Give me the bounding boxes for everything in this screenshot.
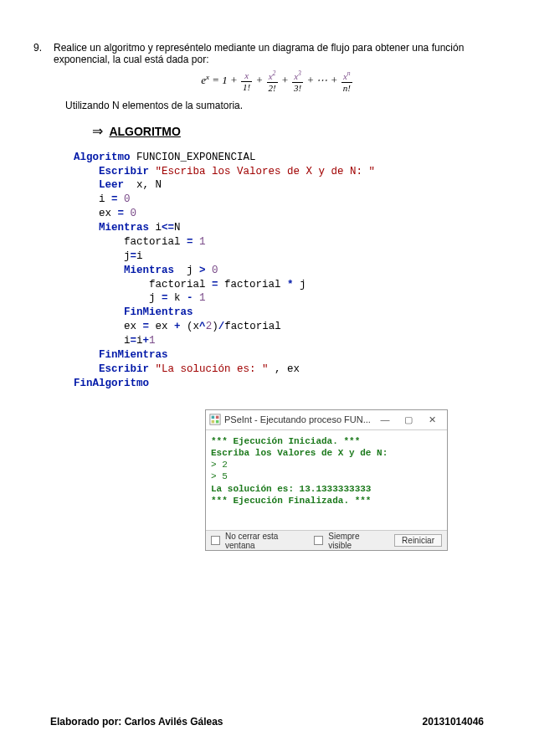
console-window: PSeInt - Ejecutando proceso FUN... — ▢ ✕… [205,409,448,552]
algorithm-heading: ⇒ ALGORITMO [92,123,501,139]
svg-rect-2 [216,416,219,419]
formula: ex = 1 + x1! + x22! + x33! + ⋯ + xnn! [54,70,501,93]
footer-id: 20131014046 [423,716,484,728]
titlebar: PSeInt - Ejecutando proceso FUN... — ▢ ✕ [206,410,447,430]
restart-button[interactable]: Reiniciar [394,534,442,547]
console-line: La solución es: 13.1333333333 [211,483,442,495]
checkbox-no-close[interactable] [211,536,220,545]
console-line: > 5 [211,471,442,482]
opt-no-close-label: No cerrar esta ventana [225,532,309,550]
console-line: *** Ejecución Finalizada. *** [211,495,442,507]
footer-author: Elaborado por: Carlos Avilés Gáleas [50,716,223,728]
code-block: Algoritmo FUNCION_EXPONENCIAL Escribir "… [74,151,501,391]
svg-rect-4 [216,420,219,424]
svg-rect-3 [212,420,215,424]
maximize-button[interactable]: ▢ [397,412,420,427]
minimize-button[interactable]: — [373,412,397,427]
console-line: > 2 [211,459,442,471]
checkbox-always-visible[interactable] [314,536,323,545]
footer: Elaborado por: Carlos Avilés Gáleas 2013… [50,716,484,728]
statusbar: No cerrar esta ventana Siempre visible R… [206,530,447,550]
arrow-icon: ⇒ [92,124,103,138]
app-icon [209,414,221,425]
console-line: Escriba los Valores de X y de N: [211,447,442,459]
window-title: PSeInt - Ejecutando proceso FUN... [224,414,373,424]
problem-text: Realice un algoritmo y represéntelo medi… [54,42,464,65]
opt-always-visible-label: Siempre visible [328,532,384,550]
svg-rect-1 [212,416,215,419]
problem-number: 9. [33,42,42,96]
console-body: *** Ejecución Iniciada. *** Escriba los … [206,430,447,531]
console-line: *** Ejecución Iniciada. *** [211,435,442,447]
close-button[interactable]: ✕ [420,412,444,427]
problem-tail: Utilizando N elementos de la sumatoria. [65,100,501,111]
